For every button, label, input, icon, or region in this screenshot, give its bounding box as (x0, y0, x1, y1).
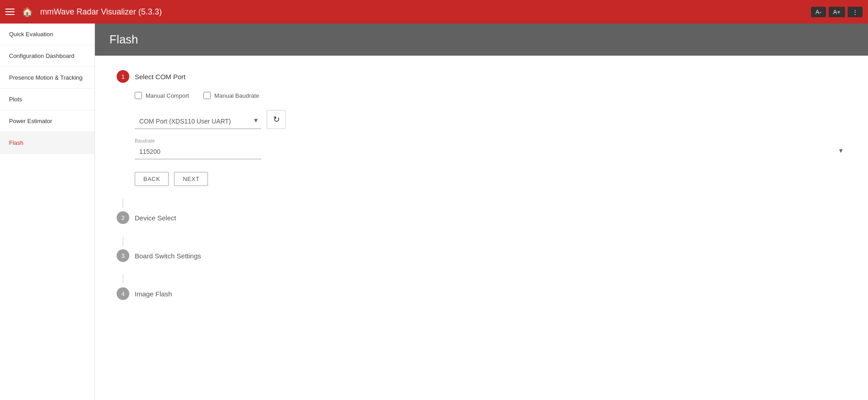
manual-comport-label[interactable]: Manual Comport (135, 92, 189, 99)
step-1-header[interactable]: 1 Select COM Port (117, 70, 846, 83)
baudrate-label: Baudrate (135, 138, 846, 143)
step-3-number: 3 (117, 249, 129, 262)
sidebar-item-presence-motion-tracking[interactable]: Presence Motion & Tracking (0, 67, 94, 89)
step-1-title: Select COM Port (135, 73, 186, 81)
step-4-header[interactable]: 4 Image Flash (117, 287, 846, 300)
content-area: 1 Select COM Port Manual Comport Manual … (95, 56, 868, 400)
step-4-number: 4 (117, 287, 129, 300)
comport-select[interactable]: COM Port (XDS110 User UART) (135, 114, 261, 129)
main-content: Flash 1 Select COM Port Manual Comport (95, 24, 868, 400)
step-divider-2 (123, 237, 846, 246)
header-left: 🏠 mmWave Radar Visualizer (5.3.3) (5, 6, 162, 17)
sidebar-item-flash[interactable]: Flash (0, 132, 94, 154)
sidebar-item-power-estimator[interactable]: Power Estimator (0, 110, 94, 132)
step-divider-3 (123, 275, 846, 284)
baudrate-select-wrapper: Baudrate 115200 9600 19200 38400 57600 2… (135, 138, 846, 159)
manual-comport-checkbox[interactable] (135, 92, 142, 99)
checkboxes-row: Manual Comport Manual Baudrate (135, 92, 846, 99)
step-3-header[interactable]: 3 Board Switch Settings (117, 249, 846, 262)
more-options-button[interactable]: ⋮ (848, 7, 863, 17)
manual-baudrate-label[interactable]: Manual Baudrate (203, 92, 259, 99)
action-buttons: BACK NEXT (135, 172, 846, 186)
next-button[interactable]: NEXT (174, 172, 208, 186)
sidebar-item-quick-evaluation[interactable]: Quick Evaluation (0, 24, 94, 45)
back-button[interactable]: BACK (135, 172, 169, 186)
baudrate-select-arrow-icon: ▾ (839, 146, 843, 155)
comport-row: COM Port (XDS110 User UART) ▾ ↻ (135, 110, 846, 129)
step-1-number: 1 (117, 70, 129, 83)
step-4-title: Image Flash (135, 290, 172, 298)
sidebar-item-configuration-dashboard[interactable]: Configuration Dashboard (0, 45, 94, 67)
refresh-button[interactable]: ↻ (267, 110, 286, 129)
step-2: 2 Device Select (117, 199, 846, 224)
app-body: Quick Evaluation Configuration Dashboard… (0, 24, 868, 400)
page-header: Flash (95, 24, 868, 56)
sidebar-item-plots[interactable]: Plots (0, 89, 94, 110)
step-2-number: 2 (117, 211, 129, 224)
manual-baudrate-checkbox[interactable] (203, 92, 211, 99)
page-title: Flash (109, 33, 138, 46)
step-4: 4 Image Flash (117, 275, 846, 300)
step-2-title: Device Select (135, 214, 176, 222)
step-1: 1 Select COM Port Manual Comport Manual … (117, 70, 846, 186)
sidebar: Quick Evaluation Configuration Dashboard… (0, 24, 95, 400)
baudrate-row: Baudrate 115200 9600 19200 38400 57600 2… (135, 138, 846, 159)
step-3: 3 Board Switch Settings (117, 237, 846, 262)
step-3-title: Board Switch Settings (135, 252, 201, 260)
step-divider-1 (123, 199, 846, 208)
baudrate-select[interactable]: 115200 9600 19200 38400 57600 230400 (135, 144, 261, 159)
step-2-header[interactable]: 2 Device Select (117, 211, 846, 224)
comport-select-wrapper: COM Port (XDS110 User UART) ▾ (135, 114, 261, 129)
app-title: mmWave Radar Visualizer (5.3.3) (40, 7, 162, 17)
hamburger-menu-icon[interactable] (5, 9, 14, 15)
home-icon[interactable]: 🏠 (22, 6, 33, 17)
font-decrease-button[interactable]: A- (811, 7, 826, 17)
app-header: 🏠 mmWave Radar Visualizer (5.3.3) A- A+ … (0, 0, 868, 24)
step-1-content: Manual Comport Manual Baudrate COM Port … (117, 83, 846, 186)
refresh-icon: ↻ (273, 114, 280, 124)
font-increase-button[interactable]: A+ (829, 7, 845, 17)
header-right: A- A+ ⋮ (811, 7, 863, 17)
